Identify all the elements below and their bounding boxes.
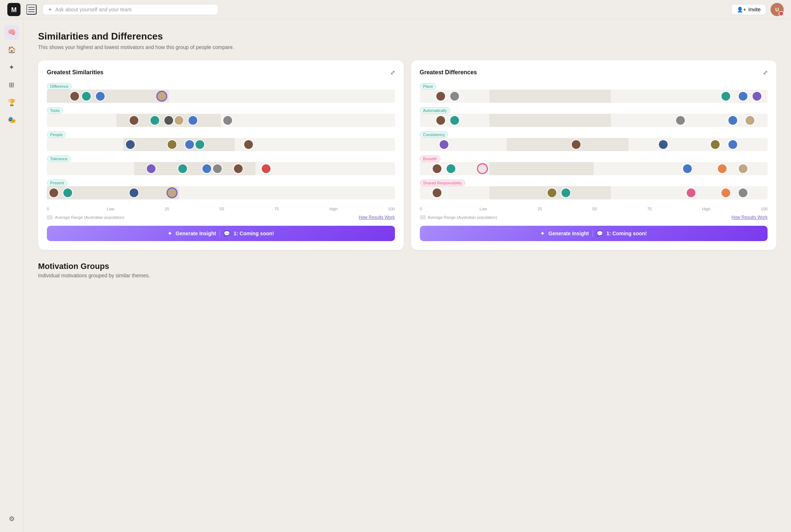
coming-soon-icon: 💬 — [224, 231, 230, 236]
label-people: People — [47, 131, 66, 138]
chart-row-automatically: Automatically — [420, 107, 768, 127]
track-automatically — [420, 114, 768, 127]
label-automatically: Automatically — [420, 107, 450, 114]
nav-right: 👤+ Invite U — [731, 3, 784, 16]
page-title: Similarities and Differences — [38, 31, 776, 42]
similarities-card: Greatest Similarities ⤢ Difference — [38, 60, 404, 250]
generate-icon-diff: ✦ — [540, 231, 545, 236]
search-placeholder: Ask about yourself and your team — [55, 7, 132, 12]
coming-soon-label: 1: Coming soon! — [234, 231, 274, 236]
chart-row-place: Place — [420, 83, 768, 103]
svg-rect-2 — [28, 7, 35, 8]
motivation-title: Motivation Groups — [38, 262, 776, 271]
expand-icon-diff[interactable]: ⤢ — [763, 69, 768, 76]
user-avatar[interactable]: U — [771, 3, 784, 16]
card-footer-similarities: Average Range (Australian population) Ho… — [47, 215, 395, 220]
how-results-link[interactable]: How Results Work — [359, 215, 395, 220]
avg-legend-label-diff: Average Range (Australian population) — [428, 215, 497, 220]
sidebar-item-mask[interactable]: 🎭 — [4, 113, 19, 127]
label-tools: Tools — [47, 107, 63, 114]
chart-row-tools: Tools — [47, 107, 395, 127]
sidebar-item-grid[interactable]: ⊞ — [4, 78, 19, 92]
invite-button[interactable]: 👤+ Invite — [731, 4, 766, 15]
generate-insight-button-diff[interactable]: ✦ Generate Insight 💬 1: Coming soon! — [420, 226, 768, 241]
invite-icon: 👤+ — [737, 7, 746, 12]
chart-row-tolerance: Tolerance — [47, 156, 395, 175]
btn-divider-diff — [593, 230, 593, 237]
differences-card: Greatest Differences ⤢ Place — [411, 60, 777, 250]
chart-row-difference: Difference — [47, 83, 395, 103]
avg-range — [507, 138, 628, 151]
coming-soon-label-diff: 1: Coming soon! — [607, 231, 647, 236]
chart-row-shared-responsibility: Shared Responsibility — [420, 180, 768, 199]
generate-icon: ✦ — [168, 231, 172, 236]
cards-row: Greatest Similarities ⤢ Difference — [38, 60, 776, 250]
avg-legend: Average Range (Australian population) — [47, 215, 124, 220]
avg-legend-label: Average Range (Australian population) — [55, 215, 124, 220]
avg-swatch — [47, 215, 53, 220]
top-nav: M ✦ Ask about yourself and your team 👤+ … — [0, 0, 791, 19]
svg-text:M: M — [11, 6, 17, 14]
sidebar-toggle-button[interactable] — [26, 4, 37, 15]
main-content: Similarities and Differences This shows … — [23, 19, 791, 532]
track-tools — [47, 114, 395, 127]
differences-title: Greatest Differences ⤢ — [420, 69, 768, 76]
similarities-chart: Difference Tools — [47, 83, 395, 199]
page-subtitle: This shows your highest and lowest motiv… — [38, 44, 776, 50]
chart-row-consistency: Consistency — [420, 131, 768, 151]
sidebar-item-trophy[interactable]: 🏆 — [4, 95, 19, 110]
avg-legend-diff: Average Range (Australian population) — [420, 215, 497, 220]
track-breadth — [420, 162, 768, 175]
track-people — [47, 138, 395, 151]
label-difference: Difference — [47, 83, 72, 90]
track-shared-responsibility — [420, 186, 768, 199]
avg-range — [489, 162, 594, 175]
generate-label: Generate Insight — [176, 231, 216, 236]
search-bar[interactable]: ✦ Ask about yourself and your team — [42, 4, 218, 15]
sidebar-item-home[interactable]: 🏠 — [4, 42, 19, 57]
chart-row-present: Present — [47, 180, 395, 199]
expand-icon[interactable]: ⤢ — [390, 69, 395, 76]
generate-label-diff: Generate Insight — [548, 231, 589, 236]
avg-range — [123, 138, 235, 151]
track-difference — [47, 90, 395, 103]
label-present: Present — [47, 180, 67, 186]
track-consistency — [420, 138, 768, 151]
logo: M — [7, 3, 20, 16]
motivation-subtitle: Individual motivations grouped by simila… — [38, 273, 776, 278]
chart-row-breadth: Breadth — [420, 156, 768, 175]
avg-range — [489, 114, 611, 127]
coming-soon-icon-diff: 💬 — [597, 231, 603, 236]
differences-chart: Place Automatically — [420, 83, 768, 199]
motivation-section: Motivation Groups Individual motivations… — [38, 262, 776, 278]
sidebar-item-sparkle[interactable]: ✦ — [4, 60, 19, 75]
app-body: 🧠 🏠 ✦ ⊞ 🏆 🎭 ⚙ Similarities and Differenc… — [0, 19, 791, 532]
track-place — [420, 90, 768, 103]
sidebar-item-settings[interactable]: ⚙ — [4, 512, 19, 526]
chart-row-people: People — [47, 131, 395, 151]
svg-rect-4 — [28, 11, 35, 12]
svg-rect-3 — [28, 9, 35, 10]
label-breadth: Breadth — [420, 156, 441, 162]
label-shared-responsibility: Shared Responsibility — [420, 180, 465, 186]
btn-divider — [220, 230, 220, 237]
avg-range — [489, 90, 611, 103]
track-tolerance — [47, 162, 395, 175]
similarities-title: Greatest Similarities ⤢ — [47, 69, 395, 76]
label-place: Place — [420, 83, 437, 90]
search-icon: ✦ — [48, 7, 52, 12]
card-footer-differences: Average Range (Australian population) Ho… — [420, 215, 768, 220]
label-consistency: Consistency — [420, 131, 448, 138]
how-results-link-diff[interactable]: How Results Work — [732, 215, 768, 220]
sidebar-item-brain[interactable]: 🧠 — [4, 25, 19, 40]
avg-swatch-diff — [420, 215, 426, 220]
track-present — [47, 186, 395, 199]
sidebar: 🧠 🏠 ✦ ⊞ 🏆 🎭 ⚙ — [0, 19, 23, 532]
avg-range — [47, 90, 169, 103]
generate-insight-button[interactable]: ✦ Generate Insight 💬 1: Coming soon! — [47, 226, 395, 241]
label-tolerance: Tolerance — [47, 156, 71, 162]
